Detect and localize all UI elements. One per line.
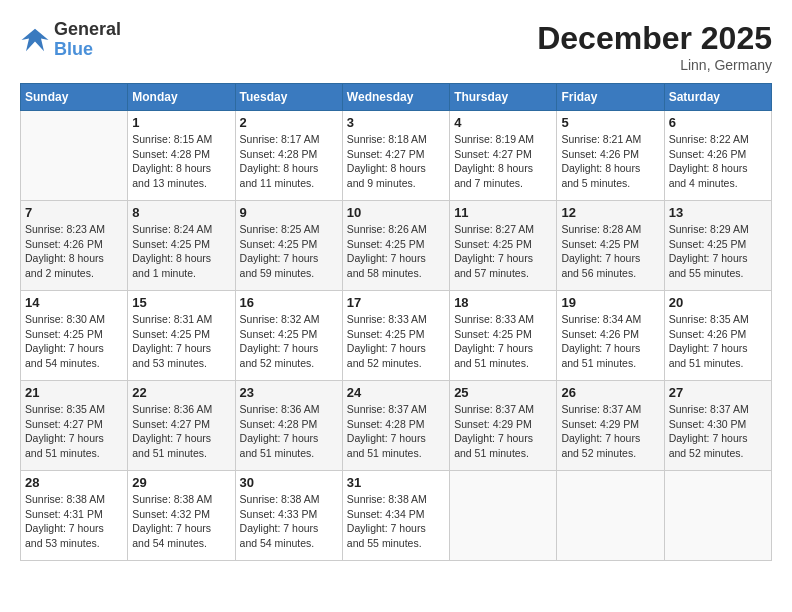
calendar-week: 28Sunrise: 8:38 AMSunset: 4:31 PMDayligh… xyxy=(21,471,772,561)
calendar-cell: 8Sunrise: 8:24 AMSunset: 4:25 PMDaylight… xyxy=(128,201,235,291)
day-info: Sunrise: 8:37 AMSunset: 4:29 PMDaylight:… xyxy=(454,402,552,461)
day-number: 12 xyxy=(561,205,659,220)
day-number: 28 xyxy=(25,475,123,490)
calendar-header: SundayMondayTuesdayWednesdayThursdayFrid… xyxy=(21,84,772,111)
title-block: December 2025 Linn, Germany xyxy=(537,20,772,73)
day-number: 2 xyxy=(240,115,338,130)
weekday-header: Wednesday xyxy=(342,84,449,111)
day-info: Sunrise: 8:15 AMSunset: 4:28 PMDaylight:… xyxy=(132,132,230,191)
day-number: 18 xyxy=(454,295,552,310)
weekday-header: Friday xyxy=(557,84,664,111)
day-info: Sunrise: 8:22 AMSunset: 4:26 PMDaylight:… xyxy=(669,132,767,191)
day-number: 20 xyxy=(669,295,767,310)
calendar-cell: 3Sunrise: 8:18 AMSunset: 4:27 PMDaylight… xyxy=(342,111,449,201)
calendar-week: 14Sunrise: 8:30 AMSunset: 4:25 PMDayligh… xyxy=(21,291,772,381)
logo-icon xyxy=(20,25,50,55)
day-number: 22 xyxy=(132,385,230,400)
day-info: Sunrise: 8:26 AMSunset: 4:25 PMDaylight:… xyxy=(347,222,445,281)
calendar-cell: 7Sunrise: 8:23 AMSunset: 4:26 PMDaylight… xyxy=(21,201,128,291)
day-info: Sunrise: 8:36 AMSunset: 4:27 PMDaylight:… xyxy=(132,402,230,461)
day-number: 6 xyxy=(669,115,767,130)
calendar-cell: 4Sunrise: 8:19 AMSunset: 4:27 PMDaylight… xyxy=(450,111,557,201)
calendar-week: 1Sunrise: 8:15 AMSunset: 4:28 PMDaylight… xyxy=(21,111,772,201)
calendar-cell xyxy=(450,471,557,561)
day-info: Sunrise: 8:36 AMSunset: 4:28 PMDaylight:… xyxy=(240,402,338,461)
calendar-cell: 23Sunrise: 8:36 AMSunset: 4:28 PMDayligh… xyxy=(235,381,342,471)
logo-text: General Blue xyxy=(54,20,121,60)
calendar-cell: 14Sunrise: 8:30 AMSunset: 4:25 PMDayligh… xyxy=(21,291,128,381)
calendar-cell: 12Sunrise: 8:28 AMSunset: 4:25 PMDayligh… xyxy=(557,201,664,291)
calendar-body: 1Sunrise: 8:15 AMSunset: 4:28 PMDaylight… xyxy=(21,111,772,561)
calendar-cell: 19Sunrise: 8:34 AMSunset: 4:26 PMDayligh… xyxy=(557,291,664,381)
calendar-cell: 11Sunrise: 8:27 AMSunset: 4:25 PMDayligh… xyxy=(450,201,557,291)
weekday-header: Thursday xyxy=(450,84,557,111)
day-info: Sunrise: 8:35 AMSunset: 4:27 PMDaylight:… xyxy=(25,402,123,461)
day-number: 3 xyxy=(347,115,445,130)
calendar-cell xyxy=(664,471,771,561)
day-number: 27 xyxy=(669,385,767,400)
day-info: Sunrise: 8:17 AMSunset: 4:28 PMDaylight:… xyxy=(240,132,338,191)
day-number: 31 xyxy=(347,475,445,490)
calendar-week: 21Sunrise: 8:35 AMSunset: 4:27 PMDayligh… xyxy=(21,381,772,471)
day-number: 4 xyxy=(454,115,552,130)
calendar-cell: 31Sunrise: 8:38 AMSunset: 4:34 PMDayligh… xyxy=(342,471,449,561)
day-number: 17 xyxy=(347,295,445,310)
calendar-cell xyxy=(21,111,128,201)
day-number: 21 xyxy=(25,385,123,400)
logo-line1: General xyxy=(54,20,121,40)
calendar-cell: 17Sunrise: 8:33 AMSunset: 4:25 PMDayligh… xyxy=(342,291,449,381)
calendar-cell: 28Sunrise: 8:38 AMSunset: 4:31 PMDayligh… xyxy=(21,471,128,561)
day-number: 30 xyxy=(240,475,338,490)
logo: General Blue xyxy=(20,20,121,60)
calendar-cell: 20Sunrise: 8:35 AMSunset: 4:26 PMDayligh… xyxy=(664,291,771,381)
day-info: Sunrise: 8:32 AMSunset: 4:25 PMDaylight:… xyxy=(240,312,338,371)
day-info: Sunrise: 8:38 AMSunset: 4:31 PMDaylight:… xyxy=(25,492,123,551)
location: Linn, Germany xyxy=(537,57,772,73)
day-number: 9 xyxy=(240,205,338,220)
svg-marker-0 xyxy=(22,29,49,52)
day-number: 23 xyxy=(240,385,338,400)
day-info: Sunrise: 8:18 AMSunset: 4:27 PMDaylight:… xyxy=(347,132,445,191)
calendar-cell: 13Sunrise: 8:29 AMSunset: 4:25 PMDayligh… xyxy=(664,201,771,291)
day-info: Sunrise: 8:27 AMSunset: 4:25 PMDaylight:… xyxy=(454,222,552,281)
day-info: Sunrise: 8:23 AMSunset: 4:26 PMDaylight:… xyxy=(25,222,123,281)
calendar-cell: 27Sunrise: 8:37 AMSunset: 4:30 PMDayligh… xyxy=(664,381,771,471)
calendar-cell: 18Sunrise: 8:33 AMSunset: 4:25 PMDayligh… xyxy=(450,291,557,381)
calendar-cell: 30Sunrise: 8:38 AMSunset: 4:33 PMDayligh… xyxy=(235,471,342,561)
day-info: Sunrise: 8:33 AMSunset: 4:25 PMDaylight:… xyxy=(454,312,552,371)
calendar-week: 7Sunrise: 8:23 AMSunset: 4:26 PMDaylight… xyxy=(21,201,772,291)
day-info: Sunrise: 8:38 AMSunset: 4:34 PMDaylight:… xyxy=(347,492,445,551)
day-number: 19 xyxy=(561,295,659,310)
calendar-cell: 29Sunrise: 8:38 AMSunset: 4:32 PMDayligh… xyxy=(128,471,235,561)
calendar-cell: 9Sunrise: 8:25 AMSunset: 4:25 PMDaylight… xyxy=(235,201,342,291)
day-info: Sunrise: 8:38 AMSunset: 4:33 PMDaylight:… xyxy=(240,492,338,551)
calendar-cell: 26Sunrise: 8:37 AMSunset: 4:29 PMDayligh… xyxy=(557,381,664,471)
day-number: 16 xyxy=(240,295,338,310)
day-number: 15 xyxy=(132,295,230,310)
day-info: Sunrise: 8:35 AMSunset: 4:26 PMDaylight:… xyxy=(669,312,767,371)
calendar-cell: 22Sunrise: 8:36 AMSunset: 4:27 PMDayligh… xyxy=(128,381,235,471)
calendar-cell xyxy=(557,471,664,561)
weekday-header: Monday xyxy=(128,84,235,111)
day-number: 10 xyxy=(347,205,445,220)
day-info: Sunrise: 8:31 AMSunset: 4:25 PMDaylight:… xyxy=(132,312,230,371)
day-info: Sunrise: 8:19 AMSunset: 4:27 PMDaylight:… xyxy=(454,132,552,191)
calendar-cell: 2Sunrise: 8:17 AMSunset: 4:28 PMDaylight… xyxy=(235,111,342,201)
day-number: 25 xyxy=(454,385,552,400)
day-info: Sunrise: 8:33 AMSunset: 4:25 PMDaylight:… xyxy=(347,312,445,371)
day-number: 11 xyxy=(454,205,552,220)
day-number: 5 xyxy=(561,115,659,130)
day-info: Sunrise: 8:25 AMSunset: 4:25 PMDaylight:… xyxy=(240,222,338,281)
day-info: Sunrise: 8:29 AMSunset: 4:25 PMDaylight:… xyxy=(669,222,767,281)
calendar-cell: 16Sunrise: 8:32 AMSunset: 4:25 PMDayligh… xyxy=(235,291,342,381)
day-number: 26 xyxy=(561,385,659,400)
day-number: 13 xyxy=(669,205,767,220)
weekday-header: Saturday xyxy=(664,84,771,111)
day-number: 14 xyxy=(25,295,123,310)
page-header: General Blue December 2025 Linn, Germany xyxy=(20,20,772,73)
day-number: 29 xyxy=(132,475,230,490)
day-number: 8 xyxy=(132,205,230,220)
calendar-cell: 1Sunrise: 8:15 AMSunset: 4:28 PMDaylight… xyxy=(128,111,235,201)
day-info: Sunrise: 8:24 AMSunset: 4:25 PMDaylight:… xyxy=(132,222,230,281)
day-info: Sunrise: 8:30 AMSunset: 4:25 PMDaylight:… xyxy=(25,312,123,371)
